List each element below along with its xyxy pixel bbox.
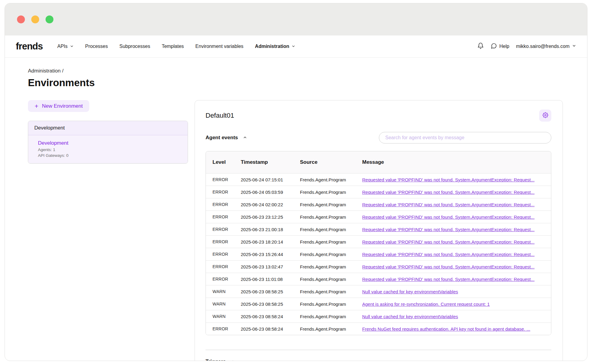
event-message-link[interactable]: Requested value 'PROPFIND' was not found… [362,202,535,207]
frends-logo: frends [16,41,43,52]
event-message-link[interactable]: Frends NuGet feed requires authenticatio… [362,326,530,332]
agent-events-table-header: Level Timestamp Source Message [206,151,551,173]
chevron-up-icon [231,359,235,361]
event-level: WARN [213,289,241,294]
event-source: Frends.Agent.Program [300,264,362,269]
event-message-link[interactable]: Requested value 'PROPFIND' was not found… [362,227,535,232]
environment-detail-title: Default01 [206,112,234,120]
event-timestamp: 2025-06-23 18:20:14 [241,239,300,244]
event-message-link[interactable]: Requested value 'PROPFIND' was not found… [362,252,535,257]
header-actions: Help mikko.sairo@frends.com [477,42,576,50]
environment-list-body: DevelopmentAgents: 1API Gateways: 0 [28,135,188,163]
new-environment-button[interactable]: + New Environment [28,100,89,112]
plus-icon: + [35,103,38,109]
event-level: ERROR [213,214,241,219]
app-header: frends APIsProcessesSubprocessesTemplate… [5,35,587,58]
event-timestamp: 2025-06-23 15:26:44 [241,252,300,257]
event-message-link[interactable]: Requested value 'PROPFIND' was not found… [362,264,535,269]
user-email: mikko.sairo@frends.com [516,44,570,49]
nav-item-processes[interactable]: Processes [85,44,108,49]
event-source: Frends.Agent.Program [300,239,362,244]
agent-event-row: ERROR2025-06-24 02:00:22Frends.Agent.Pro… [206,198,551,211]
event-source: Frends.Agent.Program [300,314,362,319]
event-source: Frends.Agent.Program [300,227,362,232]
environment-item-agents: Agents: 1 [38,147,182,152]
chat-bubble-icon [491,43,497,50]
close-window-button[interactable] [17,15,25,23]
event-timestamp: 2025-06-23 23:12:25 [241,214,300,220]
agent-event-row: ERROR2025-06-23 13:02:47Frends.Agent.Pro… [206,260,551,273]
event-source: Frends.Agent.Program [300,190,362,195]
nav-item-environment-variables[interactable]: Environment variables [196,44,243,49]
agent-events-table: Level Timestamp Source Message ERROR2025… [206,151,551,335]
event-timestamp: 2025-06-23 08:58:25 [241,289,300,294]
environment-settings-button[interactable] [539,110,551,122]
environment-group-title[interactable]: Development [28,121,188,135]
environment-item-name[interactable]: Development [38,140,182,146]
chevron-down-icon [291,44,295,49]
event-level: WARN [213,314,241,319]
minimize-window-button[interactable] [31,15,39,23]
event-message-link[interactable]: Null value cached for key environmentVar… [362,314,458,319]
agent-events-section-title: Agent events [206,135,238,141]
event-message-link[interactable]: Requested value 'PROPFIND' was not found… [362,177,535,182]
environment-item[interactable]: DevelopmentAgents: 1API Gateways: 0 [38,140,182,158]
nav-item-templates[interactable]: Templates [162,44,184,49]
user-menu[interactable]: mikko.sairo@frends.com [516,44,576,49]
column-header-timestamp: Timestamp [241,159,300,165]
agent-event-row: ERROR2025-06-24 05:03:59Frends.Agent.Pro… [206,186,551,198]
agent-events-collapse-toggle[interactable] [243,135,247,140]
environments-sidebar: + New Environment Development Developmen… [28,100,188,163]
maximize-window-button[interactable] [46,15,53,23]
nav-item-administration[interactable]: Administration [255,44,295,49]
breadcrumb[interactable]: Administration / [28,68,563,74]
nav-item-label: APIs [57,44,68,49]
agent-events-search-input[interactable] [379,132,551,143]
event-source: Frends.Agent.Program [300,289,362,294]
event-message-link[interactable]: Requested value 'PROPFIND' was not found… [362,239,535,244]
event-message-link[interactable]: Requested value 'PROPFIND' was not found… [362,214,535,220]
chevron-down-icon [70,44,74,49]
event-level: ERROR [213,227,241,232]
event-level: ERROR [213,190,241,194]
nav-item-label: Templates [162,44,184,49]
nav-item-label: Environment variables [196,44,243,49]
event-source: Frends.Agent.Program [300,202,362,207]
nav-item-apis[interactable]: APIs [57,44,74,49]
nav-item-subprocesses[interactable]: Subprocesses [119,44,150,49]
environment-item-gateways: API Gateways: 0 [38,153,182,158]
nav-item-label: Subprocesses [119,44,150,49]
triggers-section-title: Triggers [206,359,226,361]
chevron-up-icon [243,135,247,140]
agent-event-row: ERROR2025-06-23 21:00:18Frends.Agent.Pro… [206,223,551,235]
event-timestamp: 2025-06-23 11:01:08 [241,277,300,282]
agent-events-table-body: ERROR2025-06-24 07:15:01Frends.Agent.Pro… [206,173,551,335]
new-environment-label: New Environment [42,103,83,109]
agent-event-row: ERROR2025-06-23 11:01:08Frends.Agent.Pro… [206,273,551,285]
triggers-collapse-toggle[interactable] [231,359,235,361]
agent-event-row: ERROR2025-06-23 23:12:25Frends.Agent.Pro… [206,211,551,223]
agent-event-row: WARN2025-06-23 08:58:25Frends.Agent.Prog… [206,285,551,298]
event-timestamp: 2025-06-23 21:00:18 [241,227,300,232]
event-source: Frends.Agent.Program [300,177,362,182]
agent-event-row: ERROR2025-06-24 07:15:01Frends.Agent.Pro… [206,173,551,186]
event-level: ERROR [213,177,241,182]
event-message-link[interactable]: Requested value 'PROPFIND' was not found… [362,277,535,282]
agent-event-row: ERROR2025-06-23 15:26:44Frends.Agent.Pro… [206,248,551,260]
agent-event-row: ERROR2025-06-23 18:20:14Frends.Agent.Pro… [206,235,551,248]
event-level: ERROR [213,202,241,207]
notifications-button[interactable] [477,42,484,50]
browser-window: frends APIsProcessesSubprocessesTemplate… [5,3,587,361]
event-message-link[interactable]: Agent is asking for re-synchronization. … [362,302,490,307]
event-message-link[interactable]: Null value cached for key environmentVar… [362,289,458,294]
event-message-link[interactable]: Requested value 'PROPFIND' was not found… [362,190,535,195]
event-timestamp: 2025-06-23 08:58:25 [241,302,300,307]
event-source: Frends.Agent.Program [300,252,362,257]
event-timestamp: 2025-06-24 02:00:22 [241,202,300,207]
event-timestamp: 2025-06-23 08:58:24 [241,314,300,319]
event-source: Frends.Agent.Program [300,326,362,332]
help-button[interactable]: Help [491,43,509,50]
bell-icon [477,42,484,50]
agent-event-row: WARN2025-06-23 08:58:24Frends.Agent.Prog… [206,310,551,322]
event-level: ERROR [213,239,241,244]
